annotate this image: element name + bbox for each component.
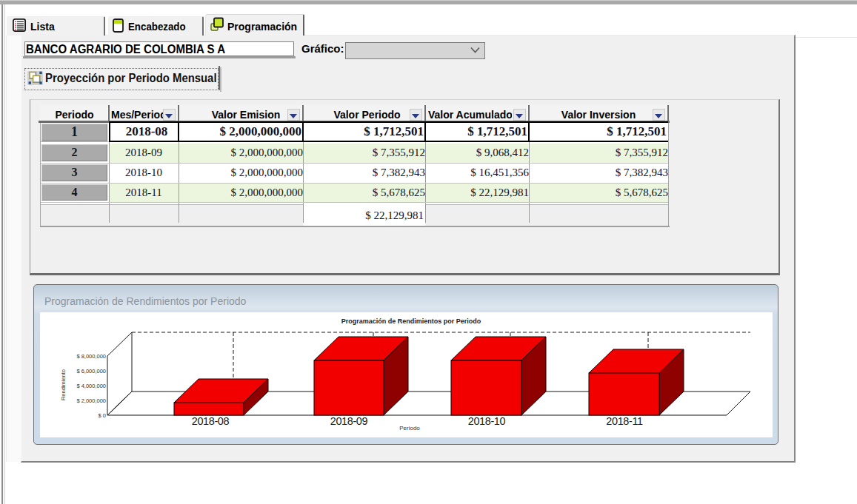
svg-text:$ 6,000,000: $ 6,000,000	[76, 368, 106, 374]
svg-text:$ 4,000,000: $ 4,000,000	[76, 383, 106, 389]
svg-text:$ 0: $ 0	[99, 412, 106, 419]
svg-text:Periodo: Periodo	[399, 425, 420, 431]
svg-text:2018-09: 2018-09	[330, 415, 368, 427]
svg-text:2018-08: 2018-08	[192, 415, 230, 427]
svg-text:2018-10: 2018-10	[468, 415, 506, 427]
svg-text:Programación de Rendimientos p: Programación de Rendimientos por Periodo	[341, 317, 481, 325]
svg-text:Rendimiento: Rendimiento	[60, 369, 67, 400]
svg-text:$ 8,000,000: $ 8,000,000	[76, 353, 106, 360]
svg-text:$ 2,000,000: $ 2,000,000	[76, 397, 106, 404]
svg-text:2018-11: 2018-11	[606, 415, 643, 427]
